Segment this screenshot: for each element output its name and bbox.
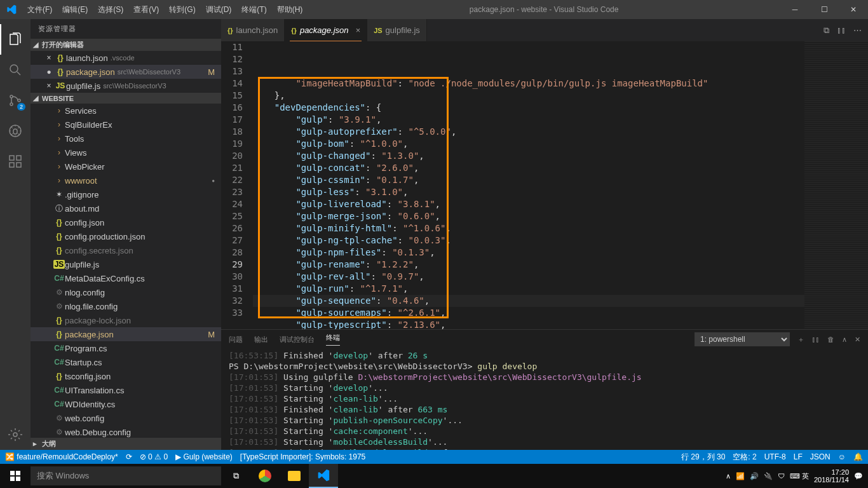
open-editors-section[interactable]: ◢打开的编辑器 [31, 39, 221, 51]
more-icon[interactable]: ⋯ [853, 25, 862, 35]
eol[interactable]: LF [794, 452, 803, 461]
volume-icon[interactable]: 🔊 [750, 472, 759, 480]
git-branch[interactable]: 🔀 feature/RemouldCodeDeploy* [5, 452, 118, 461]
tree-item[interactable]: ⚙web.config [31, 411, 221, 425]
tree-item[interactable]: {}tsconfig.json [31, 369, 221, 383]
search-icon[interactable] [0, 55, 31, 85]
tree-item[interactable]: ›SqlBuilderEx [31, 118, 221, 132]
sync-icon[interactable]: ⟳ [126, 452, 132, 461]
activity-bar: 2 [0, 19, 31, 450]
menu-bar: 文件(F)编辑(E)选择(S)查看(V)转到(G)调试(D)终端(T)帮助(H) [22, 4, 308, 15]
panel-tab[interactable]: 输出 [254, 335, 268, 344]
debug-icon[interactable] [0, 116, 31, 146]
tree-item[interactable]: {}package.jsonM [31, 327, 221, 341]
tree-item[interactable]: ⚙nlog.config [31, 285, 221, 299]
tree-item[interactable]: {}config.secrets.json [31, 243, 221, 257]
tray-up-icon[interactable]: ∧ [726, 472, 731, 480]
editor-tab[interactable]: {}launch.json [221, 19, 285, 41]
tree-item[interactable]: ›Views [31, 146, 221, 159]
terminal-selector[interactable]: 1: powershell [695, 332, 790, 346]
tree-item[interactable]: ›Services [31, 104, 221, 118]
menu-item[interactable]: 转到(G) [164, 4, 200, 15]
settings-gear-icon[interactable] [0, 419, 31, 450]
tree-item[interactable]: C#WDIdentity.cs [31, 397, 221, 411]
tree-item[interactable]: ›Tools [31, 132, 221, 146]
tree-item[interactable]: C#UITranslation.cs [31, 383, 221, 397]
maximize-button[interactable]: ☐ [810, 0, 839, 19]
vscode-taskbar-icon[interactable] [309, 464, 338, 488]
panel-close-icon[interactable]: ✕ [855, 336, 860, 344]
tree-item[interactable]: {}config.production.json [31, 229, 221, 243]
panel-up-icon[interactable]: ∧ [842, 336, 847, 344]
open-editor-item[interactable]: ×JSgulpfile.jssrc\WebDissectorV3 [31, 79, 221, 93]
panel-tab[interactable]: 终端 [326, 333, 340, 346]
language-mode[interactable]: JSON [810, 452, 831, 461]
split-editor-icon[interactable]: ⧉ [824, 25, 829, 36]
tree-item[interactable]: {}package-lock.json [31, 313, 221, 327]
minimap[interactable] [804, 41, 868, 329]
svg-point-4 [10, 125, 21, 137]
menu-item[interactable]: 选择(S) [93, 4, 128, 15]
code-area[interactable]: 1112131415161718192021222324252627282930… [221, 41, 868, 329]
notifications-icon[interactable]: 🔔 [853, 452, 863, 461]
menu-item[interactable]: 终端(T) [236, 4, 271, 15]
clock[interactable]: 17:202018/11/14 [814, 468, 849, 484]
svg-rect-11 [16, 471, 20, 475]
task-runner[interactable]: ▶ Gulp (website) [175, 452, 233, 461]
panel-tab[interactable]: 问题 [229, 335, 243, 344]
menu-item[interactable]: 调试(D) [201, 4, 237, 15]
terminal-output[interactable]: [16:53:15] Finished 'develop' after 26 s… [221, 349, 868, 450]
explorer-taskbar-icon[interactable] [280, 464, 309, 488]
menu-item[interactable]: 文件(F) [22, 4, 57, 15]
open-editor-item[interactable]: ×{}launch.json.vscode [31, 51, 221, 65]
tree-item[interactable]: C#Startup.cs [31, 355, 221, 369]
workspace-section[interactable]: ◢WEBSITE [31, 93, 221, 104]
explorer-icon[interactable] [0, 24, 31, 55]
problems[interactable]: ⊘ 0 ⚠ 0 [140, 452, 168, 461]
tree-item[interactable]: ›wwwroot● [31, 173, 221, 187]
tree-item[interactable]: ⚙web.Debug.config [31, 425, 221, 438]
tree-item[interactable]: ⚙nlog.file.config [31, 299, 221, 313]
menu-item[interactable]: 编辑(E) [57, 4, 93, 15]
svg-point-9 [13, 433, 17, 437]
svg-point-1 [10, 95, 13, 98]
compare-icon[interactable]: ⫿⫿ [837, 25, 846, 35]
tree-item[interactable]: ✶.gitignore [31, 187, 221, 201]
indentation[interactable]: 空格: 2 [733, 452, 756, 463]
panel-tab[interactable]: 调试控制台 [280, 335, 315, 344]
split-terminal-icon[interactable]: ⫿⫿ [812, 336, 820, 343]
system-tray[interactable]: ∧ 📶 🔊 🔌 🛡 ⌨ 英 17:202018/11/14 💬 [726, 468, 868, 484]
open-editor-item[interactable]: ●{}package.jsonsrc\WebDissectorV3M [31, 65, 221, 79]
tree-item[interactable]: ⓘabout.md [31, 201, 221, 215]
ime-indicator[interactable]: ⌨ 英 [790, 471, 809, 481]
security-icon[interactable]: 🛡 [778, 472, 785, 480]
editor-tab[interactable]: {}package.json× [285, 19, 367, 41]
encoding[interactable]: UTF-8 [764, 452, 786, 461]
new-terminal-icon[interactable]: ＋ [797, 335, 804, 344]
action-center-icon[interactable]: 💬 [854, 472, 863, 480]
tree-item[interactable]: {}config.json [31, 215, 221, 229]
start-button[interactable] [0, 471, 31, 481]
taskbar-search[interactable]: 搜索 Windows [31, 466, 221, 485]
feedback-icon[interactable]: ☺ [838, 452, 846, 461]
editor-tab[interactable]: JSgulpfile.js [367, 19, 427, 41]
tree-item[interactable]: ›WebPicker [31, 159, 221, 173]
cursor-position[interactable]: 行 29，列 30 [681, 452, 725, 463]
tree-item[interactable]: C#MetaDataExConfig.cs [31, 271, 221, 285]
extensions-icon[interactable] [0, 146, 31, 177]
chrome-icon[interactable] [250, 464, 280, 488]
close-button[interactable]: ✕ [839, 0, 868, 19]
editor-tabs: {}launch.json{}package.json×JSgulpfile.j… [221, 19, 868, 41]
tree-item[interactable]: JSgulpfile.js [31, 257, 221, 271]
menu-item[interactable]: 帮助(H) [272, 4, 308, 15]
trash-icon[interactable]: 🗑 [827, 336, 834, 343]
tree-item[interactable]: C#Program.cs [31, 341, 221, 355]
source-control-icon[interactable]: 2 [0, 85, 31, 116]
outline-section[interactable]: ▸大纲 [31, 438, 221, 450]
task-view-icon[interactable]: ⧉ [221, 464, 250, 488]
network-icon[interactable]: 📶 [736, 472, 745, 480]
titlebar: 文件(F)编辑(E)选择(S)查看(V)转到(G)调试(D)终端(T)帮助(H)… [0, 0, 868, 19]
minimize-button[interactable]: ─ [780, 0, 810, 19]
battery-icon[interactable]: 🔌 [764, 472, 773, 480]
menu-item[interactable]: 查看(V) [128, 4, 164, 15]
